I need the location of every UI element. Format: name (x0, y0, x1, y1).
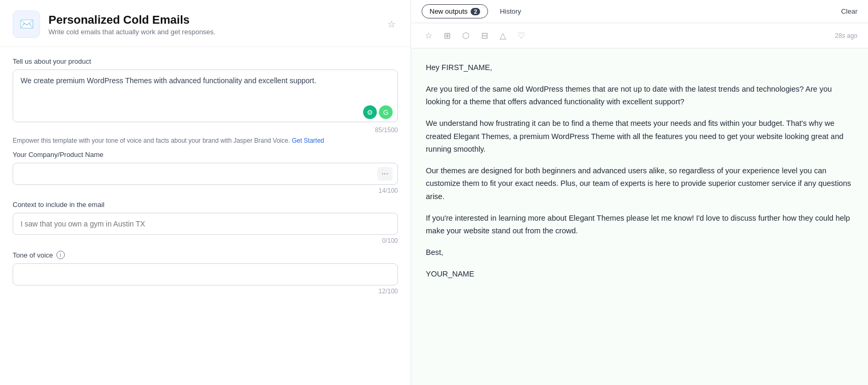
textarea-actions: ⚙ G (363, 105, 393, 119)
output-greeting: Hey FIRST_NAME, (426, 61, 853, 74)
like-icon[interactable]: ☆ (422, 28, 435, 43)
product-textarea[interactable]: We create premium WordPress Themes with … (13, 70, 398, 122)
company-input[interactable]: Elegant themes (13, 163, 398, 185)
output-paragraph2: We understand how frustrating it can be … (426, 117, 853, 156)
right-panel: New outputs 2 History Clear ☆ ⊞ ⬡ ⊟ △ ♡ … (411, 0, 868, 385)
clear-button[interactable]: Clear (841, 7, 857, 15)
context-label: Context to include in the email (13, 201, 398, 209)
brand-voice-text: Empower this template with your tone of … (13, 137, 290, 144)
tone-input-wrapper: Professional (13, 263, 398, 285)
left-panel: ✉️ Personalized Cold Emails Write cold e… (0, 0, 411, 385)
tone-label-text: Tone of voice (13, 251, 53, 259)
output-paragraph1: Are you tired of the same old WordPress … (426, 83, 853, 108)
heart-icon[interactable]: ♡ (514, 28, 528, 43)
flag-icon[interactable]: △ (496, 28, 509, 43)
company-char-count: 14/100 (13, 187, 398, 194)
context-input-wrapper (13, 213, 398, 235)
output-timestamp: 28s ago (835, 32, 857, 40)
tone-group: Tone of voice i Professional 12/100 (13, 251, 398, 295)
app-icon: ✉️ (13, 11, 40, 38)
context-group: Context to include in the email 0/100 (13, 201, 398, 244)
tone-label: Tone of voice i (13, 251, 398, 259)
output-signature: YOUR_NAME (426, 268, 853, 281)
bookmark-icon[interactable]: ⊞ (441, 28, 454, 43)
product-char-count: 85/1500 (13, 126, 398, 134)
app-subtitle: Write cold emails that actually work and… (48, 28, 377, 36)
company-group: Your Company/Product Name Elegant themes… (13, 151, 398, 194)
new-outputs-tab[interactable]: New outputs 2 (422, 4, 488, 18)
header-text: Personalized Cold Emails Write cold emai… (48, 13, 377, 36)
brand-voice-hint: Empower this template with your tone of … (13, 137, 398, 144)
tone-input[interactable]: Professional (13, 263, 398, 285)
tone-info-icon[interactable]: i (56, 251, 65, 259)
save-icon[interactable]: ⊟ (478, 28, 491, 43)
company-input-wrapper: Elegant themes ··· (13, 163, 398, 185)
output-content: Hey FIRST_NAME, Are you tired of the sam… (411, 48, 868, 385)
product-group: Tell us about your product We create pre… (13, 57, 398, 144)
right-header: New outputs 2 History Clear (411, 0, 868, 23)
app-header: ✉️ Personalized Cold Emails Write cold e… (0, 0, 411, 47)
ai-action-1-button[interactable]: ⚙ (363, 105, 377, 119)
brand-voice-link[interactable]: Get Started (292, 137, 324, 144)
output-paragraph3: Our themes are designed for both beginne… (426, 164, 853, 203)
new-outputs-count: 2 (471, 8, 480, 15)
ai-action-2-button[interactable]: G (379, 105, 393, 119)
email-icon: ✉️ (19, 17, 34, 31)
context-char-count: 0/100 (13, 237, 398, 244)
form-area: Tell us about your product We create pre… (0, 47, 411, 385)
context-input[interactable] (13, 213, 398, 235)
output-closing: Best, (426, 246, 853, 259)
copy-icon[interactable]: ⬡ (459, 28, 473, 43)
history-tab[interactable]: History (494, 5, 526, 18)
product-input-wrapper: We create premium WordPress Themes with … (13, 70, 398, 124)
new-outputs-label: New outputs (430, 7, 467, 15)
company-label: Your Company/Product Name (13, 151, 398, 159)
company-dots-button[interactable]: ··· (377, 167, 393, 181)
tone-char-count: 12/100 (13, 288, 398, 295)
favorite-button[interactable]: ☆ (385, 16, 398, 32)
app-title: Personalized Cold Emails (48, 13, 377, 27)
output-paragraph4: If you're interested in learning more ab… (426, 212, 853, 238)
product-label: Tell us about your product (13, 57, 398, 65)
output-toolbar: ☆ ⊞ ⬡ ⊟ △ ♡ 28s ago (411, 23, 868, 48)
